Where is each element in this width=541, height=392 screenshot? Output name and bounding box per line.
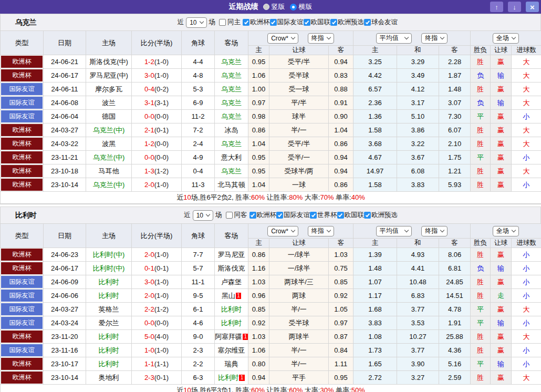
summary-segment: 让胜率: xyxy=(265,193,289,201)
euro-home-odds: 1.36 xyxy=(353,110,397,123)
match-date: 24-03-22 xyxy=(44,137,86,151)
home-team: 摩尔多瓦 xyxy=(86,82,132,96)
checkbox-checked-icon xyxy=(337,212,344,219)
competition-checkbox[interactable]: 欧国联 xyxy=(337,211,365,220)
handicap-line: 一球 xyxy=(269,178,329,192)
fulltime-score: 2-0 xyxy=(144,292,154,300)
radio-horizontal-layout[interactable]: 横版 xyxy=(290,2,313,12)
result-goals: 大 xyxy=(512,371,541,385)
matches-table: 类型 日期 主场 比分(半场) 角球 客场 Crow* 终指 平均值 终指 xyxy=(0,30,541,204)
checkbox-checked-icon xyxy=(364,212,371,219)
result-wdl: 胜 xyxy=(471,275,491,289)
euro-away-odds: 5.93 xyxy=(439,178,471,192)
home-team-name: 比利时 xyxy=(99,360,119,368)
euro-stage-select[interactable]: 终指 xyxy=(421,33,448,44)
match-row: 欧洲杯24-06-23比利时(中)2-0(1-0)7-7罗马尼亚0.86一/球半… xyxy=(1,248,541,262)
away-team: 塞尔维亚 xyxy=(215,344,248,357)
handicap-line: 受一球 xyxy=(269,82,329,96)
away-team-name: 乌克兰 xyxy=(221,99,242,107)
same-home-checkbox[interactable]: 同主 xyxy=(215,18,241,27)
competition-checkbox[interactable]: 国际友谊 xyxy=(270,18,304,27)
euro-home-odds: 1.73 xyxy=(353,344,397,357)
result-wdl: 胜 xyxy=(471,55,491,69)
odds-stage-select[interactable]: 终指 xyxy=(308,226,334,236)
competition-cell: 国际友谊 xyxy=(1,344,44,357)
corner-score: 4-8 xyxy=(182,69,215,82)
euro-home-odds: 2.72 xyxy=(353,371,397,385)
match-row: 国际友谊24-06-11摩尔多瓦0-4(0-2)5-3乌克兰1.00受一球0.8… xyxy=(1,82,541,96)
move-up-button[interactable]: ↑ xyxy=(490,2,503,12)
asian-away-odds: 0.85 xyxy=(329,275,353,289)
competition-checkbox[interactable]: 世界杯 xyxy=(310,211,337,220)
match-count-select[interactable]: 10 xyxy=(186,17,206,28)
scope-select[interactable]: 全场 xyxy=(493,33,519,44)
euro-away-odds: 5.16 xyxy=(439,357,471,371)
odds-stage-select[interactable]: 终指 xyxy=(308,33,334,44)
bookmaker-select[interactable]: Crow* xyxy=(267,33,298,44)
score: 0-0(0-0) xyxy=(132,316,182,330)
home-team-name: 摩尔多瓦 xyxy=(95,85,122,93)
summary-segment: 70% xyxy=(320,193,334,201)
asian-away-odds: 0.87 xyxy=(329,330,353,344)
euro-draw-odds: 3.83 xyxy=(397,178,439,192)
match-date: 24-06-06 xyxy=(44,289,86,303)
summary-segment: 10 xyxy=(183,193,191,201)
away-team-name: 比利时 xyxy=(221,319,242,327)
euro-away-odds: 1.75 xyxy=(439,151,471,164)
match-row: 欧洲杯24-06-21斯洛伐克(中)1-2(1-0)4-4乌克兰0.95受平/半… xyxy=(1,55,541,69)
match-count-select[interactable]: 10 xyxy=(193,210,213,221)
average-select[interactable]: 平均值 xyxy=(376,33,412,44)
close-button[interactable]: × xyxy=(526,2,539,12)
competition-checkbox[interactable]: 欧洲预选 xyxy=(330,18,364,27)
fulltime-score: 1-0 xyxy=(144,346,154,354)
halftime-score: (0-0) xyxy=(154,319,169,327)
score: 1-1(1-1) xyxy=(132,357,182,371)
euro-away-odds: 3.07 xyxy=(439,96,471,110)
competition-checkbox[interactable]: 欧洲杯 xyxy=(243,18,270,27)
competition-checkbox[interactable]: 球会友谊 xyxy=(364,18,398,27)
result-handicap: 赢 xyxy=(491,371,512,385)
chevron-down-icon xyxy=(404,35,409,39)
corner-score: 6-3 xyxy=(182,371,215,385)
result-handicap: 输 xyxy=(491,96,512,110)
competition-checkbox[interactable]: 欧国联 xyxy=(304,18,331,27)
competition-checkbox[interactable]: 国际友谊 xyxy=(276,211,310,220)
checkbox-label: 球会友谊 xyxy=(371,18,398,27)
euro-draw-odds: 3.22 xyxy=(397,137,439,151)
euro-home-odds: 1.07 xyxy=(353,275,397,289)
handicap-line: 受半/一 xyxy=(269,151,329,164)
away-team: 瑞典 xyxy=(215,357,248,371)
average-select[interactable]: 平均值 xyxy=(376,226,412,236)
asian-home-odds: 1.03 xyxy=(248,275,269,289)
col-corner: 角球 xyxy=(182,31,215,55)
euro-stage-select[interactable]: 终指 xyxy=(421,226,448,236)
same-away-checkbox[interactable]: 同客 xyxy=(222,211,247,220)
halftime-score: (1-0) xyxy=(154,181,169,189)
radio-vertical-layout[interactable]: 竖版 xyxy=(263,2,285,12)
score: 1-2(1-0) xyxy=(132,55,182,69)
score: 1-3(1-2) xyxy=(132,164,182,178)
scope-select[interactable]: 全场 xyxy=(493,226,519,236)
match-date: 23-11-16 xyxy=(44,344,86,357)
result-goals: 小 xyxy=(512,344,541,357)
asian-away-odds: 1.05 xyxy=(329,303,353,316)
euro-away-odds: 6.07 xyxy=(439,123,471,137)
match-row: 欧洲杯23-10-18马耳他1-3(1-2)0-4乌克兰0.95受球半/两0.9… xyxy=(1,164,541,178)
result-goals: 大 xyxy=(512,164,541,178)
result-wdl: 胜 xyxy=(471,82,491,96)
competition-checkbox[interactable]: 欧洲杯 xyxy=(249,211,277,220)
match-date: 24-06-17 xyxy=(44,69,86,82)
competition-checkbox[interactable]: 欧洲预选 xyxy=(364,211,398,220)
handicap-line: 半/一 xyxy=(269,344,329,357)
asian-away-odds: 0.92 xyxy=(329,289,353,303)
chevron-down-icon xyxy=(327,228,331,232)
result-wdl: 平 xyxy=(471,303,491,316)
home-team-name: 斯洛伐克(中) xyxy=(89,58,128,66)
score: 0-0(0-0) xyxy=(132,110,182,123)
bookmaker-select[interactable]: Crow* xyxy=(267,226,298,236)
euro-draw-odds: 4.93 xyxy=(397,248,439,262)
move-down-button[interactable]: ↓ xyxy=(508,2,521,12)
euro-draw-odds: 6.08 xyxy=(397,164,439,178)
asian-home-odds: 0.92 xyxy=(248,316,269,330)
competition-cell: 国际友谊 xyxy=(1,110,44,123)
